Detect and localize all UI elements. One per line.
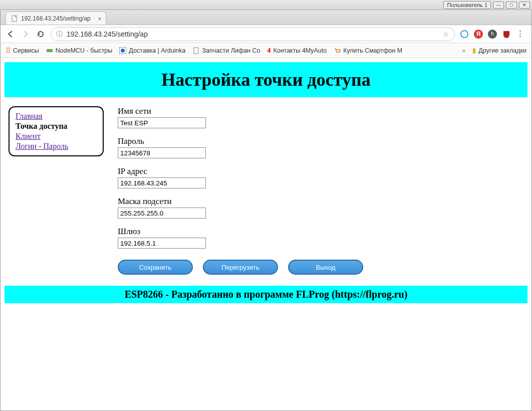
bookmark-apps-label: Сервисы [13, 47, 39, 54]
chevron-right-icon[interactable]: » [462, 47, 465, 54]
forward-button[interactable] [21, 29, 31, 39]
close-icon[interactable]: × [98, 15, 102, 23]
extension-icon-3[interactable]: h [488, 30, 497, 39]
nodemcu-icon [46, 47, 53, 54]
extension-icon-1[interactable] [460, 30, 469, 39]
bookmark-item[interactable]: 4 Контакты 4MyAuto [267, 47, 327, 54]
bookmark-label: Контакты 4MyAuto [273, 47, 327, 54]
url-text: 192.168.43.245/setting/ap [67, 30, 439, 38]
gateway-label: Шлюз [118, 227, 363, 237]
ssid-input[interactable] [118, 117, 206, 128]
side-nav: Главная Точка доступа Клиент Логин - Пар… [9, 106, 104, 156]
nav-toolbar: ⓘ 192.168.43.245/setting/ap ☆ Я h ⋮ [1, 25, 531, 43]
bookmarks-bar: ⠿ Сервисы NodeMCU - быстры Доставка | Ar… [1, 43, 531, 58]
ublock-icon[interactable] [502, 30, 511, 39]
tab-title: 192.168.43.245/setting/ap [21, 15, 91, 22]
page-header: Настройка точки доступа [5, 62, 527, 97]
gateway-input[interactable] [118, 238, 206, 249]
ssid-label: Имя сети [118, 106, 363, 116]
svg-point-4 [121, 49, 125, 53]
back-button[interactable] [6, 29, 16, 39]
folder-icon: ▮ [472, 47, 476, 54]
arduinka-icon [119, 47, 126, 54]
url-bar[interactable]: ⓘ 192.168.43.245/setting/ap ☆ [51, 27, 455, 41]
page-footer: ESP8266 - Разработанно в программе FLPro… [5, 286, 527, 303]
bookmark-item[interactable]: NodeMCU - быстры [46, 47, 113, 54]
browser-window: 192.168.43.245/setting/ap × ⓘ 192.168.43… [0, 10, 532, 411]
footer-text: ESP8266 - Разработанно в программе FLPro… [125, 289, 408, 300]
cart-icon [334, 47, 341, 54]
bookmark-label: Купить Смартфон М [343, 47, 402, 54]
window-close-button[interactable]: ✕ [519, 2, 530, 9]
form-area: Имя сети Пароль IP адрес Маска подсети Ш… [118, 106, 363, 275]
nav-client[interactable]: Клиент [16, 131, 97, 141]
exit-button[interactable]: Выход [288, 260, 363, 275]
browser-tab[interactable]: 192.168.43.245/setting/ap × [6, 12, 106, 25]
bookmark-label: Доставка | Arduinka [129, 47, 185, 54]
nav-login[interactable]: Логин - Пароль [16, 141, 97, 151]
extension-area: Я h ⋮ [460, 29, 526, 39]
nav-home[interactable]: Главная [16, 111, 97, 121]
ip-label: IP адрес [118, 166, 363, 176]
password-label: Пароль [118, 136, 363, 146]
menu-icon[interactable]: ⋮ [516, 29, 524, 39]
four-icon: 4 [267, 47, 271, 54]
bookmark-other-label: Другие закладки [478, 47, 526, 54]
bookmark-item[interactable]: Запчасти Лифан Со [193, 47, 260, 54]
bookmark-item[interactable]: Доставка | Arduinka [119, 47, 185, 54]
ip-input[interactable] [118, 177, 206, 188]
nav-ap: Точка доступа [16, 122, 68, 130]
mask-label: Маска подсети [118, 196, 363, 207]
star-icon[interactable]: ☆ [443, 30, 449, 38]
mask-input[interactable] [118, 208, 206, 219]
reload-page-button[interactable]: Перегрузить [203, 260, 278, 275]
bookmark-apps[interactable]: ⠿ Сервисы [6, 47, 39, 55]
os-titlebar: Пользователь 1 — □ ✕ [0, 0, 532, 10]
os-user-button[interactable]: Пользователь 1 [443, 1, 491, 9]
apps-icon: ⠿ [6, 47, 11, 55]
window-minimize-button[interactable]: — [493, 2, 504, 9]
page-viewport: Настройка точки доступа Главная Точка до… [1, 58, 531, 410]
password-input[interactable] [118, 147, 206, 158]
svg-point-1 [461, 31, 468, 38]
file-icon [11, 15, 18, 22]
extension-icon-2[interactable]: Я [474, 30, 483, 39]
bookmark-other[interactable]: ▮ Другие закладки [472, 47, 526, 54]
page-title: Настройка точки доступа [5, 69, 527, 90]
svg-rect-5 [194, 48, 198, 54]
tab-strip: 192.168.43.245/setting/ap × [1, 10, 531, 25]
bookmark-item[interactable]: Купить Смартфон М [334, 47, 402, 54]
bookmark-label: Запчасти Лифан Со [202, 47, 260, 54]
svg-rect-2 [47, 49, 53, 52]
save-button[interactable]: Сохранить [118, 260, 193, 275]
window-maximize-button[interactable]: □ [506, 2, 517, 9]
reload-button[interactable] [36, 29, 46, 39]
file-icon [193, 47, 200, 54]
bookmark-label: NodeMCU - быстры [56, 47, 113, 54]
info-icon[interactable]: ⓘ [56, 30, 63, 39]
